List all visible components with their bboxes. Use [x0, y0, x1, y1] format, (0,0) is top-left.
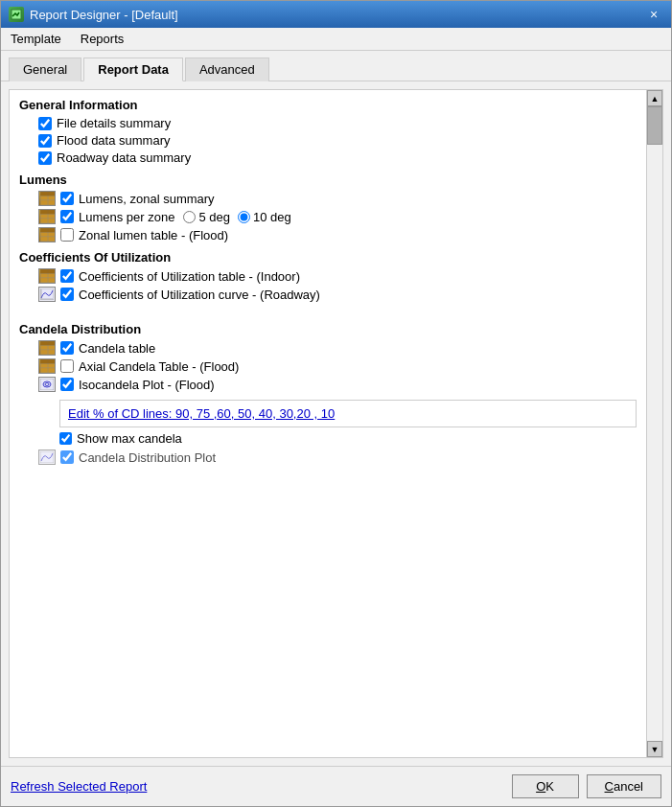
radio-group-deg: 5 deg 10 deg — [183, 210, 290, 224]
radio-input-5deg[interactable] — [183, 211, 196, 223]
check-axial-candela[interactable] — [60, 359, 74, 373]
svg-rect-15 — [40, 228, 56, 232]
row-isocandela: Isocandela Plot - (Flood) — [38, 377, 637, 392]
label-show-max-candela: Show max candela — [77, 431, 182, 446]
close-button[interactable]: × — [644, 5, 663, 24]
label-cou-table: Coefficients of Utilization table - (Ind… — [79, 269, 300, 284]
label-10deg: 10 deg — [253, 210, 291, 224]
tab-content: General Information File details summary… — [1, 81, 671, 766]
check-candela-dist-plot[interactable] — [60, 450, 74, 464]
bottom-bar: Refresh Selected Report OK Cancel — [1, 766, 671, 806]
svg-rect-20 — [40, 269, 56, 273]
tabs-header: General Report Data Advanced — [1, 51, 671, 81]
check-file-details[interactable] — [38, 117, 52, 130]
scroll-container: General Information File details summary… — [9, 89, 663, 758]
cancel-underline: C — [605, 779, 614, 794]
tab-report-data[interactable]: Report Data — [83, 58, 183, 81]
row-lumens-per-zone: Lumens per zone 5 deg 10 deg — [38, 209, 637, 224]
app-icon — [9, 7, 24, 22]
scrollbar: ▲ ▼ — [646, 90, 662, 757]
label-zonal-lumen: Zonal lumen table - (Flood) — [79, 228, 228, 242]
scroll-down-button[interactable]: ▼ — [647, 741, 662, 757]
check-zonal-lumen[interactable] — [60, 228, 74, 242]
label-lumens-zonal: Lumens, zonal summary — [79, 192, 215, 206]
check-lumens-per-zone[interactable] — [60, 210, 74, 223]
check-isocandela[interactable] — [60, 378, 74, 391]
row-file-details: File details summary — [38, 116, 637, 130]
row-roadway-data: Roadway data summary — [38, 150, 637, 165]
cd-lines-box: Edit % of CD lines: 90, 75 ,60, 50, 40, … — [59, 400, 637, 427]
check-cou-curve[interactable] — [60, 288, 74, 301]
section-coefficients: Coefficients Of Utilization — [19, 250, 637, 265]
curve-icon-isocandela — [38, 377, 56, 392]
section-candela: Candela Distribution — [19, 322, 637, 336]
row-candela-table: Candela table — [38, 340, 637, 356]
radio-10deg: 10 deg — [238, 210, 291, 224]
label-lumens-per-zone: Lumens per zone — [79, 210, 174, 224]
menu-reports[interactable]: Reports — [75, 30, 130, 48]
ok-u-label: O — [536, 779, 545, 794]
cancel-button[interactable]: Cancel — [587, 774, 661, 798]
check-cou-table[interactable] — [60, 269, 74, 283]
label-cou-curve: Coefficients of Utilization curve - (Roa… — [79, 288, 320, 302]
table-icon-axial-candela — [38, 358, 56, 374]
ok-button[interactable]: OK — [512, 774, 579, 798]
label-candela-dist-plot: Candela Distribution Plot — [79, 450, 216, 465]
refresh-link[interactable]: Refresh Selected Report — [11, 779, 147, 794]
check-candela-table[interactable] — [60, 341, 74, 355]
tab-advanced[interactable]: Advanced — [185, 58, 269, 81]
section-lumens: Lumens — [19, 173, 637, 187]
table-icon-cou — [38, 268, 56, 284]
label-candela-table: Candela table — [79, 341, 155, 356]
tabs-area: General Report Data Advanced General Inf… — [1, 51, 671, 766]
isocandela-sub: Edit % of CD lines: 90, 75 ,60, 50, 40, … — [40, 400, 637, 446]
row-zonal-lumen: Zonal lumen table - (Flood) — [38, 227, 637, 242]
svg-rect-34 — [40, 379, 54, 390]
row-lumens-zonal: Lumens, zonal summary — [38, 191, 637, 206]
check-show-max-candela[interactable] — [59, 432, 72, 445]
main-window: Report Designer - [Default] × Template R… — [0, 0, 672, 807]
btn-group: OK Cancel — [512, 774, 661, 798]
curve-icon-candela-dist — [38, 450, 56, 465]
tab-general[interactable]: General — [9, 58, 81, 81]
svg-rect-28 — [40, 341, 56, 345]
scroll-up-button[interactable]: ▲ — [647, 90, 662, 106]
title-bar: Report Designer - [Default] × — [1, 1, 671, 28]
row-show-max-candela: Show max candela — [59, 431, 637, 446]
title-bar-left: Report Designer - [Default] — [9, 7, 178, 22]
svg-rect-10 — [40, 210, 56, 214]
check-roadway-data[interactable] — [38, 151, 52, 165]
curve-icon-cou — [38, 287, 56, 302]
svg-rect-33 — [40, 359, 56, 363]
label-5deg: 5 deg — [198, 210, 230, 224]
svg-rect-5 — [40, 192, 56, 196]
label-file-details: File details summary — [57, 116, 171, 130]
window-title: Report Designer - [Default] — [30, 8, 178, 22]
table-icon-lumens-per-zone — [38, 209, 56, 224]
radio-input-10deg[interactable] — [238, 211, 250, 223]
row-axial-candela: Axial Candela Table - (Flood) — [38, 358, 637, 374]
check-flood-data[interactable] — [38, 134, 52, 148]
label-roadway-data: Roadway data summary — [57, 150, 191, 165]
content-area: General Information File details summary… — [10, 90, 646, 757]
scroll-thumb-area — [647, 106, 662, 741]
row-cou-table: Coefficients of Utilization table - (Ind… — [38, 268, 637, 284]
radio-5deg: 5 deg — [183, 210, 230, 224]
label-axial-candela: Axial Candela Table - (Flood) — [79, 359, 239, 374]
row-candela-dist-plot: Candela Distribution Plot — [38, 450, 637, 465]
menu-template[interactable]: Template — [5, 30, 67, 48]
cd-lines-link[interactable]: Edit % of CD lines: 90, 75 ,60, 50, 40, … — [68, 406, 335, 421]
table-icon-zonal-lumen — [38, 227, 56, 242]
section-general-info: General Information — [19, 98, 637, 112]
table-icon-candela — [38, 340, 56, 356]
label-isocandela: Isocandela Plot - (Flood) — [79, 378, 215, 392]
table-icon-lumens-zonal — [38, 191, 56, 206]
menu-bar: Template Reports — [1, 28, 671, 51]
label-flood-data: Flood data summary — [57, 133, 171, 148]
scroll-thumb[interactable] — [647, 106, 662, 145]
check-lumens-zonal[interactable] — [60, 192, 74, 205]
row-cou-curve: Coefficients of Utilization curve - (Roa… — [38, 287, 637, 302]
row-flood-data: Flood data summary — [38, 133, 637, 148]
